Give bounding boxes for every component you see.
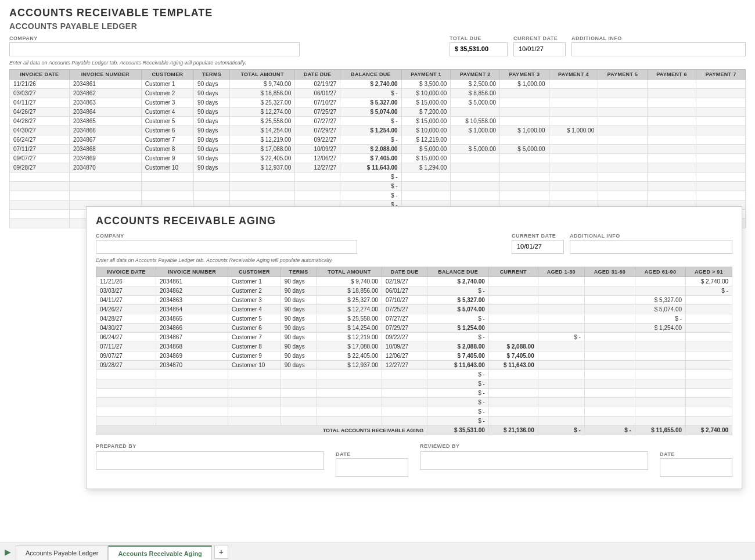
ledger-empty-cell[interactable]	[10, 173, 70, 182]
tab-add-button[interactable]: +	[214, 545, 228, 559]
ledger-cell[interactable]	[647, 89, 696, 98]
ledger-cell[interactable]	[549, 117, 598, 126]
ledger-cell[interactable]: 90 days	[194, 80, 230, 89]
ledger-cell[interactable]	[696, 126, 746, 135]
aging-empty-cell[interactable]: $ -	[427, 389, 488, 398]
ledger-empty-cell[interactable]	[549, 173, 598, 182]
ledger-cell[interactable]	[647, 98, 696, 107]
ledger-cell[interactable]: $ 12,219.00	[401, 135, 451, 145]
aging-cell[interactable]: 2034865	[156, 314, 228, 324]
aging-cell[interactable]	[538, 286, 584, 296]
ledger-cell[interactable]	[647, 135, 696, 145]
aging-cell[interactable]: Customer 3	[228, 296, 281, 305]
aging-empty-cell[interactable]	[382, 370, 427, 379]
aging-cell[interactable]: 90 days	[281, 333, 317, 342]
aging-cell[interactable]: $ 25,558.00	[317, 314, 382, 324]
aging-cell[interactable]: $ 22,405.00	[317, 351, 382, 361]
ledger-empty-cell[interactable]	[194, 173, 230, 182]
aging-cell[interactable]	[488, 333, 538, 342]
prepared-date-input[interactable]	[336, 458, 408, 477]
aging-cell[interactable]: 90 days	[281, 314, 317, 324]
aging-empty-cell[interactable]	[382, 407, 427, 417]
aging-empty-cell[interactable]	[228, 417, 281, 426]
ledger-cell[interactable]: 09/07/27	[10, 154, 70, 163]
ledger-cell[interactable]	[451, 163, 500, 173]
aging-cell[interactable]	[538, 314, 584, 324]
ledger-cell[interactable]: 04/11/27	[10, 98, 70, 107]
ledger-cell[interactable]: $ 5,000.00	[401, 145, 451, 154]
aging-empty-cell[interactable]	[635, 407, 685, 417]
aging-cell[interactable]: $ 11,643.00	[427, 361, 488, 370]
ledger-cell[interactable]: 2034866	[69, 126, 141, 135]
reviewed-date-input[interactable]	[660, 458, 732, 477]
ledger-cell[interactable]	[696, 135, 746, 145]
aging-cell[interactable]	[538, 305, 584, 314]
aging-cell[interactable]	[686, 305, 732, 314]
aging-empty-cell[interactable]	[686, 417, 732, 426]
ledger-cell[interactable]	[598, 89, 648, 98]
aging-cell[interactable]: Customer 1	[228, 277, 281, 286]
ledger-cell[interactable]: $ 18,856.00	[229, 89, 294, 98]
aging-cell[interactable]	[538, 324, 584, 333]
ledger-empty-cell[interactable]	[451, 173, 500, 182]
ledger-cell[interactable]: $ 8,856.00	[451, 89, 500, 98]
aging-empty-cell[interactable]	[317, 370, 382, 379]
ledger-cell[interactable]: Customer 5	[141, 117, 193, 126]
aging-empty-cell[interactable]	[584, 379, 635, 389]
ledger-cell[interactable]: $ 9,740.00	[229, 80, 294, 89]
aging-cell[interactable]: 90 days	[281, 277, 317, 286]
ledger-cell[interactable]: $ 1,000.00	[500, 80, 549, 89]
aging-cell[interactable]: $ 12,219.00	[317, 333, 382, 342]
ledger-cell[interactable]	[598, 80, 648, 89]
aging-cell[interactable]: 06/01/27	[382, 286, 427, 296]
aging-empty-cell[interactable]	[228, 379, 281, 389]
aging-cell[interactable]: $ -	[427, 314, 488, 324]
aging-cell[interactable]: 90 days	[281, 296, 317, 305]
ledger-empty-cell[interactable]	[69, 191, 141, 200]
aging-cell[interactable]: $ 12,937.00	[317, 361, 382, 370]
ledger-empty-cell[interactable]	[194, 191, 230, 200]
aging-empty-cell[interactable]	[538, 370, 584, 379]
ledger-cell[interactable]: 90 days	[194, 145, 230, 154]
aging-cell[interactable]: 04/11/27	[96, 296, 156, 305]
ledger-cell[interactable]: $ 12,274.00	[229, 107, 294, 117]
aging-empty-cell[interactable]: $ -	[427, 407, 488, 417]
aging-cell[interactable]: $ -	[427, 333, 488, 342]
ledger-cell[interactable]: $ 3,500.00	[401, 80, 451, 89]
aging-cell[interactable]: 09/07/27	[96, 351, 156, 361]
ledger-cell[interactable]: 07/25/27	[295, 107, 340, 117]
ledger-cell[interactable]: 06/01/27	[295, 89, 340, 98]
aging-cell[interactable]	[538, 361, 584, 370]
ledger-cell[interactable]	[598, 117, 648, 126]
aging-empty-cell[interactable]	[488, 379, 538, 389]
aging-cell[interactable]	[488, 286, 538, 296]
aging-empty-cell[interactable]	[686, 379, 732, 389]
tab-accounts-receivable-aging[interactable]: Accounts Receivable Aging	[108, 545, 211, 561]
ledger-empty-cell[interactable]	[141, 191, 193, 200]
ledger-cell[interactable]: 07/29/27	[295, 126, 340, 135]
ledger-cell[interactable]: 2034864	[69, 107, 141, 117]
ledger-empty-cell[interactable]	[549, 182, 598, 191]
aging-empty-cell[interactable]	[686, 407, 732, 417]
ledger-cell[interactable]: $ 11,643.00	[340, 163, 401, 173]
aging-cell[interactable]: $ 1,254.00	[427, 324, 488, 333]
ledger-cell[interactable]: 2034861	[69, 80, 141, 89]
ledger-cell[interactable]: Customer 2	[141, 89, 193, 98]
aging-cell[interactable]: $ 12,274.00	[317, 305, 382, 314]
aging-cell[interactable]: 2034868	[156, 342, 228, 351]
ledger-cell[interactable]: 06/24/27	[10, 135, 70, 145]
ledger-cell[interactable]: $ -	[340, 117, 401, 126]
aging-cell[interactable]: $ 5,327.00	[427, 296, 488, 305]
aging-empty-cell[interactable]	[317, 417, 382, 426]
aging-cell[interactable]	[686, 342, 732, 351]
ledger-cell[interactable]	[696, 80, 746, 89]
aging-cell[interactable]: $ 2,088.00	[427, 342, 488, 351]
aging-empty-cell[interactable]	[317, 379, 382, 389]
aging-cell[interactable]	[686, 351, 732, 361]
aging-cell[interactable]: Customer 10	[228, 361, 281, 370]
aging-cell[interactable]: Customer 6	[228, 324, 281, 333]
aging-empty-cell[interactable]	[228, 407, 281, 417]
ledger-cell[interactable]: $ -	[340, 89, 401, 98]
ledger-cell[interactable]: 03/03/27	[10, 89, 70, 98]
aging-empty-cell[interactable]	[228, 389, 281, 398]
